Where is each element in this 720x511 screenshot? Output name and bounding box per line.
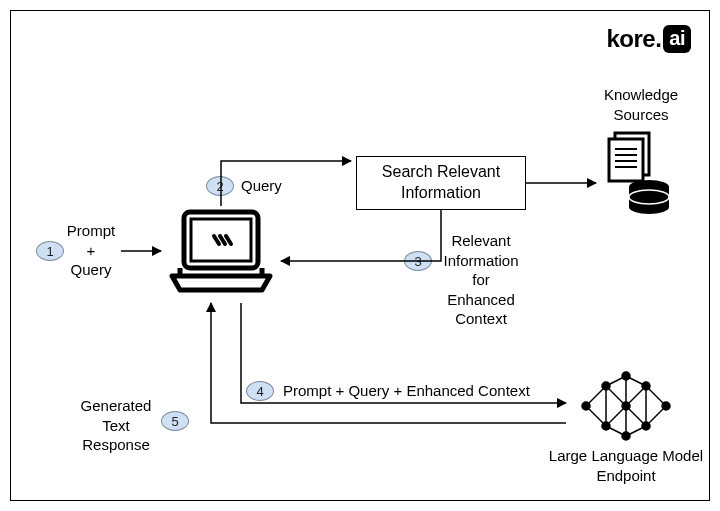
logo-prefix: kore	[606, 25, 655, 53]
neural-network-icon	[571, 366, 681, 446]
knowledge-sources-icon	[601, 129, 681, 219]
step-num-3: 3	[414, 254, 421, 269]
step-badge-4: 4	[246, 381, 274, 401]
svg-point-31	[622, 372, 630, 380]
logo-dot: .	[655, 25, 661, 53]
step-label-1: Prompt + Query	[56, 221, 126, 280]
search-box-label: Search Relevant Information	[382, 162, 500, 204]
step-badge-2: 2	[206, 176, 234, 196]
svg-point-35	[642, 422, 650, 430]
logo-suffix-badge: ai	[663, 25, 691, 53]
llm-label: Large Language Model Endpoint	[541, 446, 711, 485]
svg-point-33	[622, 432, 630, 440]
step-badge-3: 3	[404, 251, 432, 271]
search-box: Search Relevant Information	[356, 156, 526, 210]
knowledge-sources-label: Knowledge Sources	[586, 85, 696, 124]
step-badge-5: 5	[161, 411, 189, 431]
laptop-icon	[166, 206, 276, 301]
step-label-2: Query	[241, 176, 282, 196]
step-num-5: 5	[171, 414, 178, 429]
step-label-4: Prompt + Query + Enhanced Context	[283, 381, 530, 401]
step-label-3: Relevant Information for Enhanced Contex…	[431, 231, 531, 329]
brand-logo: kore.ai	[606, 25, 691, 53]
svg-point-34	[642, 382, 650, 390]
step-num-2: 2	[216, 179, 223, 194]
svg-point-30	[602, 422, 610, 430]
step-num-1: 1	[46, 244, 53, 259]
svg-point-32	[622, 402, 630, 410]
svg-point-36	[662, 402, 670, 410]
step-label-5: Generated Text Response	[71, 396, 161, 455]
svg-point-28	[582, 402, 590, 410]
step-num-4: 4	[256, 384, 263, 399]
svg-point-29	[602, 382, 610, 390]
